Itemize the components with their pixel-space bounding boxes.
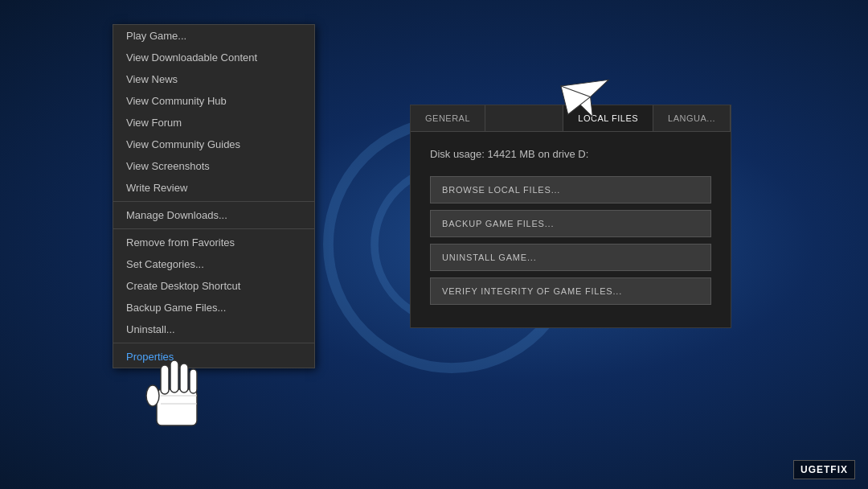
menu-item-view-community-hub[interactable]: View Community Hub <box>113 90 314 112</box>
verify-integrity-button[interactable]: VERIFY INTEGRITY OF GAME FILES... <box>430 277 711 305</box>
watermark: UGETFIX <box>793 460 855 479</box>
menu-item-view-forum[interactable]: View Forum <box>113 112 314 134</box>
panel-content: Disk usage: 14421 MB on drive D: BROWSE … <box>411 132 731 327</box>
divider-2 <box>113 228 314 229</box>
menu-item-play-game[interactable]: Play Game... <box>113 25 314 47</box>
svg-rect-6 <box>161 365 169 394</box>
backup-game-files-button[interactable]: BACKUP GAME FILES... <box>430 210 711 237</box>
svg-rect-5 <box>157 389 197 425</box>
uninstall-game-button[interactable]: UNINSTALL GAME... <box>430 244 711 271</box>
tab-gap <box>485 105 563 131</box>
menu-item-backup-game-files[interactable]: Backup Game Files... <box>113 297 314 318</box>
menu-item-write-review[interactable]: Write Review <box>113 177 314 199</box>
menu-item-set-categories[interactable]: Set Categories... <box>113 253 314 275</box>
menu-item-manage-downloads[interactable]: Manage Downloads... <box>113 204 314 226</box>
tab-language[interactable]: LANGUA... <box>653 105 731 131</box>
svg-rect-9 <box>190 369 197 393</box>
tab-general[interactable]: GENERAL <box>411 105 485 131</box>
svg-rect-7 <box>170 360 178 392</box>
menu-item-view-news[interactable]: View News <box>113 68 314 90</box>
menu-item-view-dlc[interactable]: View Downloadable Content <box>113 47 314 68</box>
browse-local-files-button[interactable]: BROWSE LOCAL FILES... <box>430 176 711 203</box>
svg-point-10 <box>146 385 159 406</box>
menu-item-remove-favorites[interactable]: Remove from Favorites <box>113 232 314 253</box>
disk-usage-text: Disk usage: 14421 MB on drive D: <box>430 148 711 160</box>
menu-item-view-community-guides[interactable]: View Community Guides <box>113 134 314 155</box>
divider-1 <box>113 201 314 202</box>
menu-item-create-shortcut[interactable]: Create Desktop Shortcut <box>113 275 314 297</box>
menu-item-view-screenshots[interactable]: View Screenshots <box>113 155 314 177</box>
context-menu: Play Game... View Downloadable Content V… <box>113 24 315 368</box>
properties-panel: GENERAL LOCAL FILES LANGUA... Disk usage… <box>410 105 731 328</box>
hand-cursor <box>141 349 213 441</box>
menu-item-uninstall[interactable]: Uninstall... <box>113 318 314 340</box>
svg-rect-8 <box>180 364 188 392</box>
divider-3 <box>113 343 314 343</box>
